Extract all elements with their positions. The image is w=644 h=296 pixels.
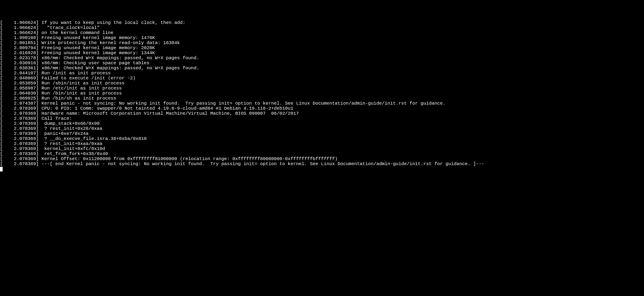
kernel-console-output: [ 1.966624] If you want to keep using th…: [0, 20, 644, 166]
text-cursor: [0, 167, 3, 171]
